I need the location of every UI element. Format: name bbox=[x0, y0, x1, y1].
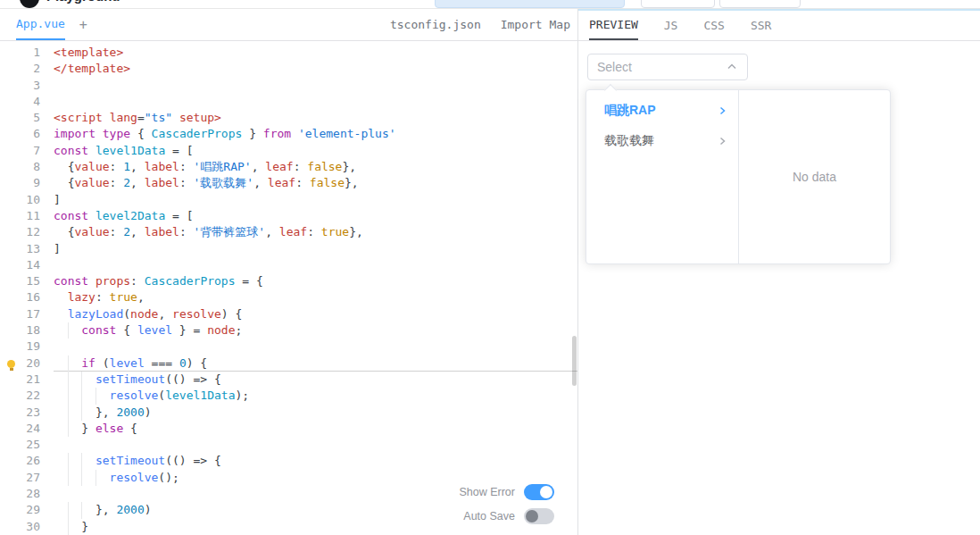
code-line[interactable]: 3 bbox=[0, 78, 577, 94]
arrow-up-icon bbox=[726, 61, 738, 73]
code-line[interactable]: 16 lazy: true, bbox=[0, 289, 577, 305]
line-number: 1 bbox=[0, 45, 46, 61]
tab-ssr[interactable]: SSR bbox=[751, 11, 771, 40]
line-number: 9 bbox=[0, 175, 46, 191]
header-button-2[interactable] bbox=[719, 0, 801, 8]
line-number: 29 bbox=[0, 502, 46, 518]
preview-pane: PREVIEWJSCSSSSR Select 唱跳RAP载歌载舞 No data bbox=[578, 9, 980, 535]
code-line[interactable]: 15const props: CascaderProps = { bbox=[0, 273, 577, 289]
chevron-right-icon bbox=[717, 105, 727, 116]
code-line[interactable]: 12 {value: 2, label: '背带裤篮球', leaf: true… bbox=[0, 224, 577, 240]
line-number: 6 bbox=[0, 126, 46, 142]
editor-toggles: Show ErrorAuto Save bbox=[459, 484, 554, 524]
file-tab-bar: App.vue + tsconfig.json Import Map bbox=[0, 9, 577, 41]
preview-tab-bar: PREVIEWJSCSSSSR bbox=[578, 11, 980, 41]
tab-preview[interactable]: PREVIEW bbox=[589, 11, 638, 40]
editor-scrollbar[interactable] bbox=[572, 336, 577, 386]
line-number: 12 bbox=[0, 224, 46, 240]
code-line[interactable]: 4 bbox=[0, 94, 577, 110]
line-number: 13 bbox=[0, 241, 46, 257]
code-line[interactable]: 19 bbox=[0, 339, 577, 355]
app-header: Playground bbox=[0, 0, 980, 9]
line-number: 27 bbox=[0, 470, 46, 486]
cascader-select[interactable]: Select bbox=[587, 54, 748, 80]
line-number: 11 bbox=[0, 208, 46, 224]
code-line[interactable]: 8 {value: 1, label: '唱跳RAP', leaf: false… bbox=[0, 159, 577, 175]
select-placeholder: Select bbox=[597, 60, 632, 74]
line-number: 8 bbox=[0, 159, 46, 175]
line-number: 3 bbox=[0, 78, 46, 94]
cascader-dropdown: 唱跳RAP载歌载舞 No data bbox=[586, 89, 891, 264]
add-file-button[interactable]: + bbox=[79, 17, 87, 33]
tab-js[interactable]: JS bbox=[664, 11, 678, 40]
toggle-row: Show Error bbox=[459, 484, 554, 500]
cascader-menu-1: 唱跳RAP载歌载舞 bbox=[586, 90, 739, 263]
line-number: 2 bbox=[0, 61, 46, 77]
show-error-toggle[interactable] bbox=[524, 484, 554, 500]
no-data-text: No data bbox=[793, 170, 836, 184]
code-line[interactable]: 23 }, 2000) bbox=[0, 405, 577, 421]
editor-bar-links: tsconfig.json Import Map bbox=[390, 18, 570, 31]
code-line[interactable]: 2</template> bbox=[0, 61, 577, 77]
line-number: 28 bbox=[0, 486, 46, 502]
line-number: 24 bbox=[0, 421, 46, 437]
code-line[interactable]: 21 setTimeout(() => { bbox=[0, 372, 577, 388]
show-error-label: Show Error bbox=[459, 486, 515, 498]
code-line[interactable]: 14 bbox=[0, 257, 577, 273]
cascader-node-label: 载歌载舞 bbox=[604, 133, 654, 149]
line-number: 25 bbox=[0, 437, 46, 453]
line-number: 5 bbox=[0, 110, 46, 126]
code-line[interactable]: 7const level1Data = [ bbox=[0, 143, 577, 159]
code-line[interactable]: 20 if (level === 0) { bbox=[0, 355, 577, 372]
code-line[interactable]: 18 const { level } = node; bbox=[0, 322, 577, 339]
code-line[interactable]: 17 lazyLoad(node, resolve) { bbox=[0, 306, 577, 322]
code-line[interactable]: 13] bbox=[0, 241, 577, 257]
code-line[interactable]: 11const level2Data = [ bbox=[0, 208, 577, 224]
cascader-node[interactable]: 唱跳RAP bbox=[586, 96, 738, 126]
code-lines: 1<template>2</template>345<script lang="… bbox=[0, 45, 577, 535]
cascader-menu-2: No data bbox=[739, 90, 890, 263]
line-number: 30 bbox=[0, 519, 46, 535]
line-number: 7 bbox=[0, 143, 46, 159]
code-line[interactable]: 5<script lang="ts" setup> bbox=[0, 110, 577, 126]
toggle-row: Auto Save bbox=[463, 508, 554, 524]
chevron-right-icon bbox=[717, 136, 727, 146]
app-logo[interactable] bbox=[20, 0, 39, 8]
line-number: 23 bbox=[0, 405, 46, 421]
line-number: 16 bbox=[0, 289, 46, 305]
line-number: 14 bbox=[0, 257, 46, 273]
line-number: 10 bbox=[0, 192, 46, 208]
code-line[interactable]: 24 } else { bbox=[0, 421, 577, 437]
code-line[interactable]: 22 resolve(level1Data); bbox=[0, 388, 577, 404]
code-line[interactable]: 1<template> bbox=[0, 45, 577, 61]
code-line[interactable]: 10] bbox=[0, 192, 577, 208]
cascader-node[interactable]: 载歌载舞 bbox=[586, 126, 738, 156]
line-number: 17 bbox=[0, 306, 46, 322]
editor-pane: App.vue + tsconfig.json Import Map 1<tem… bbox=[0, 9, 578, 535]
line-number: 21 bbox=[0, 372, 46, 388]
code-line[interactable]: 9 {value: 2, label: '载歌载舞', leaf: false}… bbox=[0, 175, 577, 191]
code-line[interactable]: 25 bbox=[0, 437, 577, 453]
tsconfig-link[interactable]: tsconfig.json bbox=[390, 18, 481, 31]
file-tab-app-vue[interactable]: App.vue bbox=[16, 9, 65, 40]
code-line[interactable]: 6import type { CascaderProps } from 'ele… bbox=[0, 126, 577, 142]
tab-css[interactable]: CSS bbox=[703, 11, 724, 40]
line-number: 26 bbox=[0, 453, 46, 469]
line-number: 15 bbox=[0, 273, 46, 289]
lightbulb-icon[interactable] bbox=[7, 360, 15, 368]
version-select[interactable] bbox=[435, 0, 625, 8]
code-editor[interactable]: 1<template>2</template>345<script lang="… bbox=[0, 41, 577, 535]
line-number: 4 bbox=[0, 94, 46, 110]
app-title: Playground bbox=[46, 0, 120, 4]
auto-save-toggle[interactable] bbox=[524, 508, 554, 524]
line-number: 18 bbox=[0, 322, 46, 339]
code-line[interactable]: 26 setTimeout(() => { bbox=[0, 453, 577, 469]
auto-save-label: Auto Save bbox=[463, 510, 515, 522]
line-number: 22 bbox=[0, 388, 46, 404]
line-number: 19 bbox=[0, 339, 46, 355]
cascader-node-label: 唱跳RAP bbox=[604, 103, 656, 119]
import-map-link[interactable]: Import Map bbox=[501, 18, 570, 31]
header-button-1[interactable] bbox=[641, 0, 715, 8]
preview-body: Select 唱跳RAP载歌载舞 No data bbox=[578, 41, 980, 535]
playground-app: Playground App.vue + tsconfig.json Impor… bbox=[0, 0, 980, 535]
